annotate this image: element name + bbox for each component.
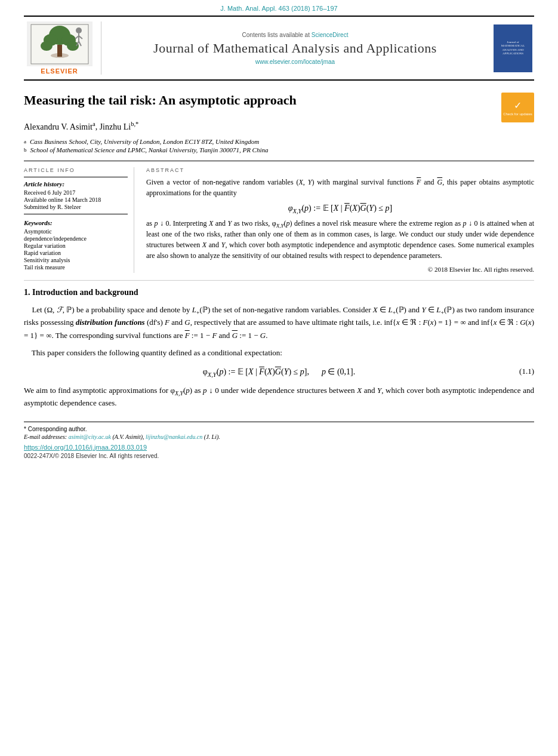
keyword-2: dependence/independence	[24, 235, 128, 242]
email2-link[interactable]: lijinzhu@nankai.edu.cn	[146, 434, 202, 440]
section-1-heading: 1. Introduction and background	[24, 288, 534, 297]
elsevier-logo-area: ELSEVIER	[24, 21, 101, 75]
title-row: Measuring the tail risk: An asymptotic a…	[24, 93, 534, 122]
check-updates-label: Check for updates	[503, 112, 532, 116]
affil-b-super: b	[24, 147, 27, 153]
history-label: Article history:	[24, 180, 128, 188]
footnote-star: * Corresponding author.	[24, 426, 534, 432]
section-1-para-1: Let (Ω, ℱ, ℙ) be a probability space and…	[24, 303, 534, 342]
journal-url[interactable]: www.elsevier.com/locate/jmaa	[255, 59, 335, 65]
journal-header: ELSEVIER Contents lists available at Sci…	[24, 16, 534, 81]
abstract-col: ABSTRACT Given a vector of non-negative …	[146, 167, 534, 273]
abstract-formula: φX,Y(p) := 𝔼 [X | F(X)G(Y) ≤ p]	[146, 203, 534, 213]
affil-a-text: Cass Business School, City, University o…	[30, 138, 259, 145]
keyword-1: Asymptotic	[24, 228, 128, 235]
author2-super: b,*	[131, 121, 138, 127]
paper-title: Measuring the tail risk: An asymptotic a…	[24, 93, 297, 108]
keyword-3: Regular variation	[24, 242, 128, 249]
abstract-header: ABSTRACT	[146, 167, 534, 173]
equation-number-1-1: (1.1)	[519, 367, 534, 376]
email1-name: (A.V. Asimit),	[113, 434, 144, 440]
elsevier-brand: ELSEVIER	[41, 67, 78, 75]
journal-name: Journal of Mathematical Analysis and App…	[153, 41, 437, 56]
issn-line: 0022-247X/© 2018 Elsevier Inc. All right…	[24, 453, 534, 459]
equation-1-1-row: φX,Y(p) := 𝔼 [X | F(X)G(Y) ≤ p], p ∈ (0,…	[24, 367, 534, 377]
elsevier-logo-img	[27, 21, 93, 66]
cover-image: Journal ofMATHEMATICALANALYSIS ANDAPPLIC…	[494, 24, 532, 72]
journal-ref-text: J. Math. Anal. Appl. 463 (2018) 176–197	[220, 5, 337, 12]
contents-line: Contents lists available at ScienceDirec…	[242, 32, 349, 38]
svg-point-7	[51, 53, 69, 58]
email2-name: (J. Li).	[204, 434, 220, 440]
svg-point-9	[76, 27, 82, 33]
email1-link[interactable]: asimit@city.ac.uk	[69, 434, 111, 440]
journal-ref: J. Math. Anal. Appl. 463 (2018) 176–197	[0, 0, 558, 16]
submitted-by: Submitted by R. Stelzer	[24, 204, 128, 210]
keyword-6: Tail risk measure	[24, 264, 128, 271]
affil-a: a Cass Business School, City, University…	[24, 138, 534, 145]
journal-title-area: Contents lists available at ScienceDirec…	[101, 32, 489, 65]
author1-name: Alexandru V. Asimit	[24, 122, 93, 131]
author1-super: a	[93, 121, 95, 127]
keyword-5: Sensitivity analysis	[24, 257, 128, 263]
section-1-para-2: This paper considers the following quant…	[24, 346, 534, 359]
keyword-4: Rapid variation	[24, 250, 128, 256]
available-date: Available online 14 March 2018	[24, 196, 128, 203]
cover-text: Journal ofMATHEMATICALANALYSIS ANDAPPLIC…	[501, 41, 525, 56]
doi-link[interactable]: https://doi.org/10.1016/j.jmaa.2018.03.0…	[24, 444, 534, 451]
copyright-line: © 2018 Elsevier Inc. All rights reserved…	[146, 266, 534, 273]
journal-cover-thumb: Journal ofMATHEMATICALANALYSIS ANDAPPLIC…	[494, 24, 534, 72]
keywords-label: Keywords:	[24, 219, 128, 226]
affiliations: a Cass Business School, City, University…	[24, 138, 534, 153]
article-info-header: ARTICLE INFO	[24, 167, 128, 173]
divider-1	[24, 161, 534, 161]
affil-b: b School of Mathematical Science and LPM…	[24, 146, 534, 153]
sciencedirect-link[interactable]: ScienceDirect	[312, 32, 349, 38]
svg-point-4	[41, 41, 53, 51]
affil-a-super: a	[24, 139, 26, 145]
main-content: Measuring the tail risk: An asymptotic a…	[24, 81, 534, 459]
equation-1-1: φX,Y(p) := 𝔼 [X | F(X)G(Y) ≤ p], p ∈ (0,…	[203, 367, 356, 377]
article-info-col: ARTICLE INFO Article history: Received 6…	[24, 167, 134, 273]
info-abstract-cols: ARTICLE INFO Article history: Received 6…	[24, 167, 534, 273]
footnote-area: * Corresponding author. E-mail addresses…	[24, 422, 534, 459]
check-icon: ✓	[514, 100, 522, 111]
authors-line: Alexandru V. Asimita, Jinzhu Lib,*	[24, 122, 534, 132]
section-divider	[24, 280, 534, 281]
section-1-para-3: We aim to find asymptotic approximations…	[24, 384, 534, 410]
check-updates-badge: ✓ Check for updates	[501, 93, 534, 122]
author2-name: Jinzhu Li	[100, 122, 131, 131]
email-label: E-mail addresses:	[24, 434, 67, 440]
abstract-text-1: Given a vector of non-negative random va…	[146, 177, 534, 198]
received-date: Received 6 July 2017	[24, 189, 128, 196]
footnote-emails: E-mail addresses: asimit@city.ac.uk (A.V…	[24, 434, 534, 440]
abstract-text-2: as p ↓ 0. Interpreting X and Y as two ri…	[146, 218, 534, 261]
page: J. Math. Anal. Appl. 463 (2018) 176–197	[0, 0, 558, 756]
affil-b-text: School of Mathematical Science and LPMC,…	[30, 146, 269, 153]
